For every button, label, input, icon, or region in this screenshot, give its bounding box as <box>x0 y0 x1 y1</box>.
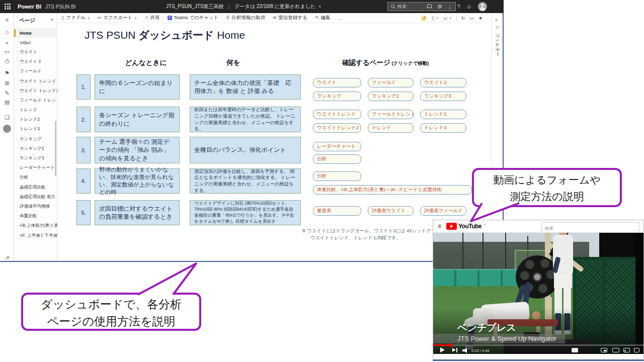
page-item-trend[interactable]: トレンド <box>14 106 57 115</box>
nav-button-field-trend[interactable]: フィールドトレンド <box>368 110 414 119</box>
cast-icon[interactable] <box>623 348 630 352</box>
goals-icon[interactable]: ⚑ <box>0 70 14 76</box>
nav-button-weight2[interactable]: ウエイト2 <box>420 78 466 87</box>
nav-button-ranking[interactable]: ランキング <box>313 92 361 101</box>
page-item-ab-upper[interactable]: AB.上体筋力(表と裏) <box>14 221 57 231</box>
when-box: チーム 選手個々の 測定データの傾向 「強み 弱み」の傾向を見るとき <box>95 137 180 163</box>
comments-icon[interactable]: ▭ <box>469 16 474 21</box>
refresh-icon[interactable]: ↻ <box>461 16 465 21</box>
nav-button-bodyweight-range[interactable]: 体重比較、AB.上体筋力(表と裏)～JK. スピードと走塁技術 <box>313 185 472 195</box>
current-workspace-icon[interactable] <box>3 125 11 133</box>
page-item-radar[interactable]: レーダーチャート <box>14 163 57 173</box>
browse-icon[interactable]: ▭ <box>0 49 14 55</box>
subscribe-button[interactable]: ✉受信登録する <box>273 15 307 21</box>
fullscreen-icon[interactable] <box>634 348 639 352</box>
page-item-field-trend[interactable]: フィールド トレンド <box>14 96 57 105</box>
youtube-search-input[interactable] <box>545 225 636 232</box>
learn-icon[interactable]: ▤ <box>0 100 14 105</box>
nav-button-eval-field[interactable]: 評価表フィールド <box>420 206 466 216</box>
page-item-weight-trend2[interactable]: ウエイト トレンド2 <box>14 86 57 96</box>
youtube-play-icon <box>446 223 457 230</box>
youtube-search-box[interactable] <box>541 222 640 231</box>
nav-button-weight-trend2[interactable]: ウエイトトレンド2 <box>313 123 361 133</box>
nav-button-ranking3[interactable]: ランキング3 <box>420 92 466 101</box>
chevron-down-icon[interactable]: ∨ <box>318 5 321 9</box>
nav-button-weight-table[interactable]: 重量表 <box>313 206 361 216</box>
page-item-field[interactable]: フィールド <box>14 67 57 76</box>
page-item-trend2[interactable]: トレンド2 <box>14 115 57 125</box>
page-item-analysis[interactable]: 分析 <box>14 173 57 183</box>
page-item-trend3[interactable]: トレンド3 <box>14 125 57 134</box>
metrics-icon[interactable]: ✎ <box>0 90 14 96</box>
download-icon[interactable]: ↓ <box>448 4 451 10</box>
expand-filters-icon[interactable]: « <box>495 17 498 22</box>
notifications-icon[interactable] <box>427 4 431 9</box>
workspaces-icon[interactable]: ❏ <box>0 115 14 120</box>
bookmarks-button[interactable]: ▯∨ <box>432 16 439 21</box>
video-progress-bar[interactable] <box>433 344 643 346</box>
view-button[interactable]: ▭∨ <box>443 16 452 21</box>
external-link-icon[interactable]: ↗ <box>0 255 14 261</box>
apps-icon[interactable]: ⊞ <box>0 80 14 86</box>
page-item-weight[interactable]: ウエイト <box>14 47 57 57</box>
page-item-eval-average[interactable]: 評価値平均推移 <box>14 202 57 211</box>
nav-button-trend[interactable]: トレンド <box>368 123 414 133</box>
video-player[interactable]: ベンチプレス JTS Power & Speed Up Navigator 0:… <box>433 233 643 354</box>
nav-button-field[interactable]: フィールド <box>368 78 414 87</box>
page-item-video[interactable]: Video <box>14 38 57 47</box>
collapse-pages-icon[interactable]: « <box>50 17 53 22</box>
nav-button-trend3[interactable]: トレンド3 <box>420 123 466 133</box>
account-avatar[interactable] <box>478 2 487 11</box>
nav-button-weight-trend[interactable]: ウエイトトレンド <box>313 110 361 119</box>
nav-button-row: ランキング ランキング2 ランキング3 <box>313 92 466 101</box>
miniplayer-icon[interactable] <box>601 348 607 352</box>
help-icon[interactable]: ? <box>457 4 460 10</box>
file-menu[interactable]: ▯ファイル∨ <box>61 15 90 21</box>
teams-chat-button[interactable]: TTeams でのチャット <box>168 15 219 21</box>
favorite-star-icon[interactable]: ★ <box>478 16 482 21</box>
page-item-basic-compare[interactable]: 基礎応用比較 <box>14 183 57 192</box>
play-icon[interactable] <box>440 347 445 352</box>
document-title-bar[interactable]: JTS_PSUN_JTS第三高校 ｜ データは 22/10/8 に更新されました… <box>166 0 321 13</box>
powerbi-topbar: Power BI JTS PSUN BI JTS_PSUN_JTS第三高校 ｜ … <box>0 0 504 13</box>
nav-button-analysis[interactable]: 分析 <box>313 154 361 164</box>
page-item-ranking2[interactable]: ランキング2 <box>14 144 57 153</box>
insights-button[interactable]: ⚲分析情報の取得 <box>226 15 265 21</box>
page-item-basic-compare-strong[interactable]: 基礎応用比較 有力 <box>14 192 57 202</box>
data-hub-icon[interactable]: ◷ <box>0 58 14 64</box>
nav-button-analysis2[interactable]: 分析 <box>313 171 361 181</box>
nav-button-radar-chart[interactable]: レーダーチャート <box>313 142 361 151</box>
app-launcher-icon[interactable] <box>5 4 11 10</box>
feedback-icon[interactable]: ☺ <box>466 4 472 10</box>
export-menu[interactable]: ↦エクスポート∨ <box>98 15 137 21</box>
menu-icon[interactable]: ≡ <box>0 17 14 23</box>
workspace-name[interactable]: JTS PSUN BI <box>45 4 76 10</box>
settings-icon[interactable]: ⚙ <box>437 4 442 10</box>
page-item-bodyweight-compare[interactable]: 体重比較 <box>14 212 57 221</box>
nav-button-row: 体重比較、AB.上体筋力(表と裏)～JK. スピードと走塁技術 <box>313 185 472 195</box>
page-item-home[interactable]: Home <box>14 28 57 38</box>
next-icon[interactable] <box>452 348 456 352</box>
next-icon-bar <box>456 348 457 352</box>
nav-button-weight[interactable]: ウエイト <box>313 78 361 87</box>
reset-filters-icon[interactable]: ↺ <box>421 15 427 22</box>
pages-scrollbar[interactable] <box>55 121 56 176</box>
page-item-weight-trend[interactable]: ウエイト トレンド <box>14 76 57 86</box>
theater-mode-icon[interactable] <box>612 348 619 352</box>
volume-icon[interactable] <box>462 348 468 353</box>
hamburger-menu-icon[interactable]: ≡ <box>438 223 441 230</box>
captions-icon[interactable] <box>572 348 578 352</box>
page-item-af-upper-lower[interactable]: AF. 上半身と下半身 <box>14 231 57 240</box>
share-button[interactable]: ↗共有 <box>144 15 160 21</box>
page-item-ranking[interactable]: ランキング <box>14 134 57 144</box>
more-options[interactable]: … <box>338 15 343 21</box>
nav-button-trend2[interactable]: トレンド2 <box>420 110 466 119</box>
nav-button-eval-weight[interactable]: 評価表ウエイト <box>368 206 414 216</box>
page-item-ranking3[interactable]: ランキング3 <box>14 153 57 163</box>
page-item-weight2[interactable]: ウエイト 2 <box>14 57 57 67</box>
nav-button-ranking2[interactable]: ランキング2 <box>368 92 414 101</box>
home-icon[interactable]: ⌂ <box>0 29 14 35</box>
create-icon[interactable]: + <box>0 40 14 46</box>
video-time: 0:03 / 0:48 <box>471 348 489 353</box>
edit-button[interactable]: ✎編集 <box>315 15 331 21</box>
